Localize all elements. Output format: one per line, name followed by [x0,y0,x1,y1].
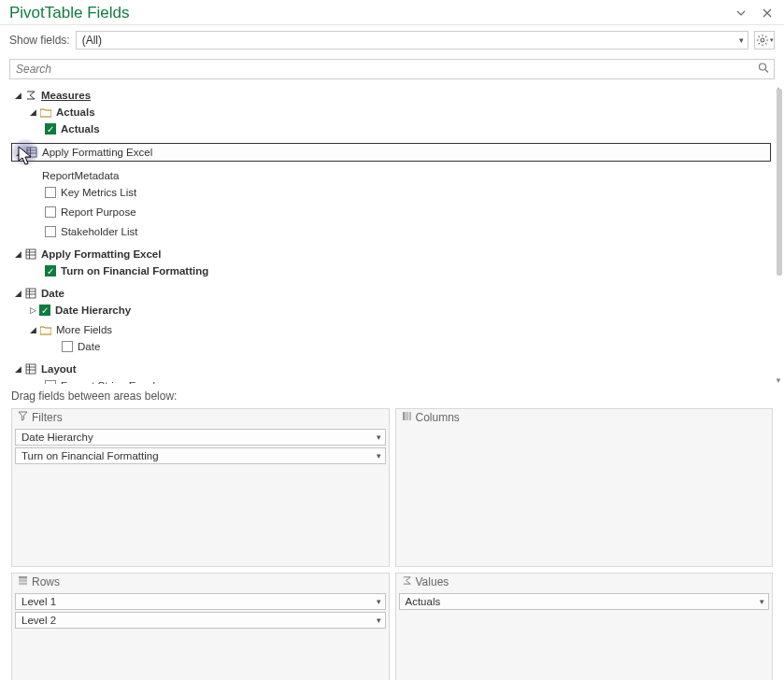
collapse-icon[interactable]: ◢ [28,325,37,334]
tree-label: Layout [41,363,77,375]
values-area[interactable]: Values Actuals ▾ [395,573,774,680]
table-row-selected[interactable]: ◢ Apply Formatting Excel [11,143,771,162]
table-row[interactable]: ▷ ✓ Date Hierarchy [11,302,773,319]
table-row[interactable]: ✓ Turn on Financial Formatting [11,262,773,279]
collapse-icon[interactable]: ◢ [13,364,22,374]
svg-rect-24 [19,583,27,586]
folder-icon [39,324,51,336]
collapse-icon[interactable]: ◢ [13,289,22,298]
close-icon[interactable] [758,4,777,22]
table-row[interactable]: ◢ Apply Formatting Excel [11,246,773,262]
table-row[interactable]: Key Metrics List [11,184,773,201]
tree-label: Measures [41,90,91,101]
svg-rect-7 [26,249,36,259]
area-title: Filters [32,411,63,424]
svg-rect-23 [19,579,27,582]
svg-rect-21 [408,412,411,420]
tree-label: Turn on Financial Formatting [61,265,208,276]
field-pill[interactable]: Level 2 ▾ [15,612,386,629]
filter-icon [18,411,28,424]
tree-label: More Fields [56,324,112,335]
table-row[interactable]: ✓ Actuals [11,120,773,137]
tree-label: Date Hierarchy [55,305,131,316]
svg-line-2 [765,70,768,73]
table-icon [24,288,36,300]
sigma-icon [24,90,36,102]
checkbox[interactable] [45,206,56,218]
folder-icon [39,106,51,119]
chevron-down-icon[interactable]: ▾ [377,432,381,442]
expand-icon[interactable]: ▷ [28,305,37,315]
checkbox[interactable] [45,380,56,384]
area-title: Values [416,575,449,588]
tree-label: Report Purpose [61,206,136,218]
collapse-icon[interactable]: ◢ [14,148,23,157]
table-row[interactable]: ◢ Actuals [11,104,773,120]
checkbox-checked[interactable]: ✓ [45,265,56,276]
show-fields-dropdown[interactable]: (All) ▾ [76,31,748,50]
page-title: PivotTable Fields [9,4,130,22]
sigma-icon [402,575,412,588]
collapse-icon[interactable]: ◢ [13,91,22,100]
table-row[interactable]: ◢ Measures [11,87,773,104]
svg-point-1 [760,64,766,70]
chevron-down-icon[interactable]: ▾ [377,451,381,460]
chevron-down-icon[interactable]: ▾ [377,597,381,606]
show-fields-row: Show fields: (All) ▾ ▾ [0,25,784,55]
table-row[interactable]: Date [11,338,773,355]
checkbox-checked[interactable]: ✓ [39,305,50,316]
scrollbar[interactable]: ▲ ▼ [775,87,782,382]
chevron-down-icon[interactable]: ▾ [377,616,381,625]
tools-dropdown[interactable]: ▾ [754,31,775,50]
chevron-down-icon[interactable] [732,4,750,22]
svg-rect-15 [26,364,36,374]
columns-icon [402,411,412,424]
field-pill[interactable]: Actuals ▾ [399,593,770,610]
svg-rect-11 [26,289,36,298]
table-row[interactable]: ◢ Date [11,285,773,302]
tree-label: Date [78,341,100,352]
drag-label: Drag fields between areas below: [0,384,784,408]
checkbox[interactable] [62,341,73,352]
table-icon [24,363,36,375]
tree-label: ReportMetadata [42,170,119,181]
svg-rect-20 [406,412,408,420]
search-input[interactable] [9,59,775,79]
show-fields-value: (All) [82,34,102,47]
tree-label: Actuals [61,123,100,135]
table-row[interactable]: ◢ ReportMetadata [11,167,773,184]
table-row[interactable]: ◢ More Fields [11,321,773,338]
table-icon [24,248,36,261]
chevron-down-icon[interactable]: ▾ [760,597,764,606]
table-row[interactable]: ◢ Layout [11,361,773,377]
pill-label: Date Hierarchy [21,432,93,443]
filters-area[interactable]: Filters Date Hierarchy ▾ Turn on Financi… [11,408,390,567]
rows-area[interactable]: Rows Level 1 ▾ Level 2 ▾ [11,573,390,680]
tree-label: Format String Excel [61,380,155,384]
field-pill[interactable]: Date Hierarchy ▾ [15,429,386,446]
rows-icon [18,575,28,588]
table-row[interactable]: Stakeholder List [11,223,773,240]
field-tree[interactable]: ◢ Measures ◢ Actuals ✓ Actuals ◢ Apply F… [0,85,784,384]
area-title: Rows [32,575,60,588]
pill-label: Turn on Financial Formatting [21,450,159,461]
tree-label: Actuals [56,106,95,118]
collapse-icon[interactable]: ◢ [13,249,22,259]
checkbox-checked[interactable]: ✓ [45,123,56,135]
search-icon [758,63,769,77]
table-icon [25,147,37,159]
show-fields-label: Show fields: [9,34,70,47]
field-pill[interactable]: Turn on Financial Formatting ▾ [15,447,386,464]
checkbox[interactable] [45,226,56,237]
areas-grid: Filters Date Hierarchy ▾ Turn on Financi… [0,408,784,680]
columns-area[interactable]: Columns [395,408,774,567]
table-row[interactable]: Report Purpose [11,204,773,220]
tree-label: Apply Formatting Excel [42,147,152,158]
checkbox[interactable] [45,187,56,198]
search-row [0,55,784,85]
field-pill[interactable]: Level 1 ▾ [15,593,386,610]
header-controls [732,4,777,22]
collapse-icon[interactable]: ◢ [28,107,37,117]
table-row[interactable]: Format String Excel [11,377,773,384]
svg-rect-22 [19,576,27,579]
